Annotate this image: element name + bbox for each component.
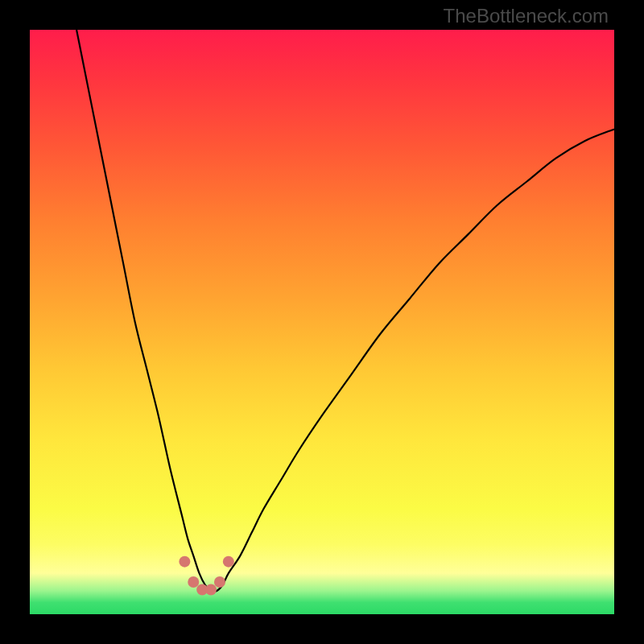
chart-frame: TheBottleneck.com [0,0,644,644]
attribution-label: TheBottleneck.com [444,5,609,27]
plot-area [30,30,614,614]
